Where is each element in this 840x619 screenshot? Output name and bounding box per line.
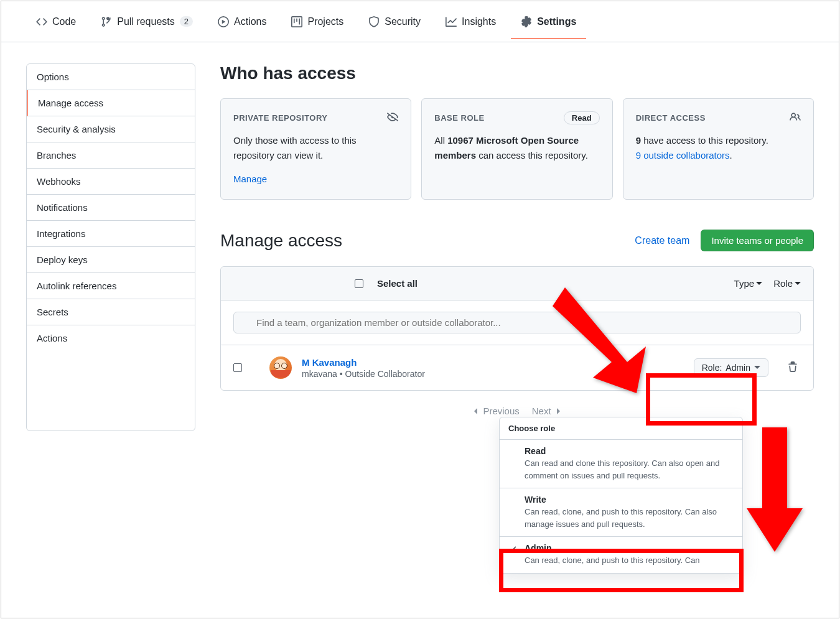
settings-sidebar: Options Manage access Security & analysi… [26, 63, 195, 431]
tab-settings[interactable]: Settings [511, 5, 586, 39]
tab-projects[interactable]: Projects [281, 5, 353, 39]
prev-page-button[interactable]: Previous [473, 406, 519, 416]
role-option-read[interactable]: Read Can read and clone this repository.… [500, 440, 742, 488]
create-team-link[interactable]: Create team [635, 235, 689, 246]
search-input[interactable] [233, 312, 801, 333]
sidebar-item-webhooks[interactable]: Webhooks [27, 169, 195, 195]
user-meta: mkavana • Outside Collaborator [302, 369, 684, 379]
people-icon [790, 111, 801, 124]
card-private-manage-link[interactable]: Manage [233, 174, 267, 184]
tab-actions-label: Actions [234, 16, 266, 27]
tab-projects-label: Projects [307, 16, 343, 27]
role-dropdown-button[interactable]: Role: Admin [694, 358, 768, 377]
choose-role-title: Choose role [500, 417, 742, 440]
sidebar-item-secrets[interactable]: Secrets [27, 299, 195, 325]
tab-actions[interactable]: Actions [208, 5, 276, 39]
card-base-role: BASE ROLERead All 10967 Microsoft Open S… [421, 98, 612, 200]
tab-settings-label: Settings [537, 16, 576, 27]
card-direct-access: DIRECT ACCESS 9 have access to this repo… [623, 98, 814, 200]
check-icon [508, 544, 517, 555]
repo-tabs: Code Pull requests2 Actions Projects Sec… [1, 1, 839, 42]
eye-off-icon [387, 111, 398, 124]
card-baserole-body: All 10967 Microsoft Open Source members … [434, 133, 599, 163]
sidebar-item-branches[interactable]: Branches [27, 142, 195, 169]
sidebar-item-security-analysis[interactable]: Security & analysis [27, 116, 195, 142]
sidebar-item-autolink[interactable]: Autolink references [27, 273, 195, 299]
user-name-link[interactable]: M Kavanagh [302, 357, 684, 368]
row-checkbox[interactable] [233, 363, 242, 372]
table-row: M Kavanagh mkavana • Outside Collaborato… [221, 345, 813, 390]
role-filter[interactable]: Role [773, 278, 801, 289]
sidebar-item-deploy-keys[interactable]: Deploy keys [27, 247, 195, 273]
card-direct-body: 9 have access to this repository.9 outsi… [636, 133, 801, 163]
page-title: Who has access [220, 63, 814, 83]
sidebar-item-actions[interactable]: Actions [27, 325, 195, 351]
sidebar-item-options[interactable]: Options [27, 64, 195, 90]
manage-access-heading: Manage access [220, 231, 342, 251]
tab-security-label: Security [385, 16, 421, 27]
sidebar-item-manage-access[interactable]: Manage access [27, 90, 195, 116]
card-private-title: PRIVATE REPOSITORY [233, 113, 328, 123]
tab-insights[interactable]: Insights [436, 5, 506, 39]
avatar [269, 356, 292, 379]
sidebar-item-integrations[interactable]: Integrations [27, 221, 195, 247]
select-all-label: Select all [377, 278, 723, 289]
role-option-write[interactable]: Write Can read, clone, and push to this … [500, 488, 742, 537]
next-page-button[interactable]: Next [532, 406, 561, 416]
card-direct-title: DIRECT ACCESS [636, 113, 706, 123]
tab-code-label: Code [52, 16, 76, 27]
remove-user-button[interactable] [785, 359, 801, 377]
tab-security[interactable]: Security [358, 5, 431, 39]
card-private-body: Only those with access to this repositor… [233, 133, 398, 163]
invite-button[interactable]: Invite teams or people [701, 230, 814, 251]
type-filter[interactable]: Type [734, 278, 763, 289]
pr-counter: 2 [180, 16, 193, 27]
sidebar-item-notifications[interactable]: Notifications [27, 195, 195, 221]
tab-insights-label: Insights [462, 16, 496, 27]
card-private-repo: PRIVATE REPOSITORY Only those with acces… [220, 98, 411, 200]
choose-role-menu: Choose role Read Can read and clone this… [499, 417, 743, 574]
tab-pull-requests[interactable]: Pull requests2 [91, 5, 203, 39]
base-role-badge: Read [564, 111, 600, 124]
access-list-box: Select all Type Role M Kavanagh [220, 266, 814, 391]
outside-collab-link[interactable]: 9 outside collaborators [636, 150, 730, 161]
tab-code[interactable]: Code [26, 5, 86, 39]
role-option-admin[interactable]: Admin Can read, clone, and push to this … [500, 537, 742, 573]
card-baserole-title: BASE ROLE [434, 113, 484, 123]
select-all-checkbox[interactable] [355, 279, 363, 288]
tab-pr-label: Pull requests [117, 16, 175, 27]
